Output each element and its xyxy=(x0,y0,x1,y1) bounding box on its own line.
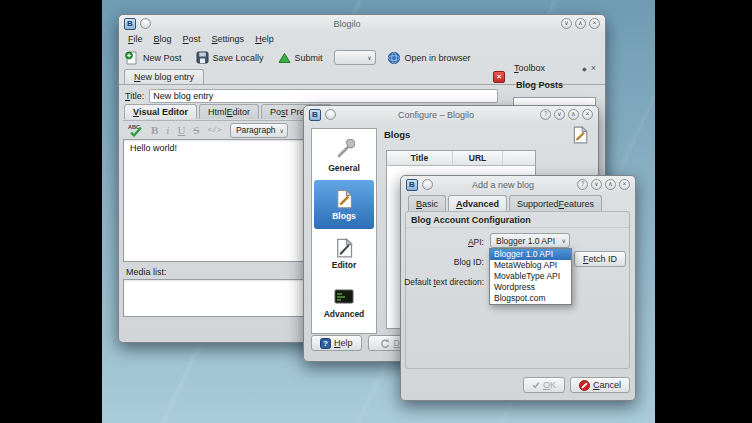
bold-button[interactable]: B xyxy=(151,125,158,136)
paragraph-style-value: Paragraph xyxy=(236,125,276,135)
open-in-browser-button[interactable]: Open in browser xyxy=(384,50,474,66)
tab-html-editor[interactable]: Html Editor xyxy=(199,104,259,119)
close-tab-icon[interactable]: × xyxy=(493,71,505,83)
window-menu-button[interactable] xyxy=(140,18,151,29)
api-combobox[interactable]: Blogger 1.0 API ∨ xyxy=(490,233,570,248)
ok-label: OK xyxy=(543,380,556,390)
toolbox-title: Toolbox xyxy=(514,63,545,73)
menu-blog[interactable]: Blog xyxy=(154,34,172,44)
blog-posts-label: Blog Posts xyxy=(516,80,599,90)
configure-sidebar: General Blogs Editor xyxy=(311,128,377,334)
save-locally-button[interactable]: Save Locally xyxy=(193,50,267,65)
strikethrough-button[interactable]: S xyxy=(193,125,199,136)
blogilo-app-icon: B xyxy=(309,109,321,121)
maximize-button[interactable]: ∧ xyxy=(575,18,586,29)
close-button[interactable]: × xyxy=(582,109,593,120)
blog-selector-combobox[interactable]: ∨ xyxy=(334,50,376,65)
check-icon xyxy=(532,380,540,390)
help-button[interactable]: ? Help xyxy=(311,335,362,351)
add-blog-titlebar[interactable]: B Add a new blog ? ∨ ∧ × xyxy=(401,176,635,193)
menu-help[interactable]: Help xyxy=(255,34,274,44)
chevron-down-icon: ∨ xyxy=(562,237,566,244)
api-label: API: xyxy=(468,237,484,247)
new-post-icon xyxy=(125,51,139,65)
column-title[interactable]: Title xyxy=(387,151,453,165)
shade-button[interactable]: ∨ xyxy=(554,109,565,120)
media-list-label: Media list: xyxy=(126,267,167,277)
submit-button[interactable]: Submit xyxy=(275,51,326,65)
tab-visual-editor[interactable]: Visual Editor xyxy=(124,104,197,119)
page-pencil-icon xyxy=(334,189,354,209)
help-button[interactable]: ? xyxy=(540,109,551,120)
sidebar-item-general[interactable]: General xyxy=(314,131,374,180)
chevron-down-icon: ∨ xyxy=(280,127,284,134)
api-value: Blogger 1.0 API xyxy=(496,236,555,246)
shade-button[interactable]: ∨ xyxy=(561,18,572,29)
save-icon xyxy=(196,51,209,64)
add-blog-pencil-icon[interactable] xyxy=(571,126,589,144)
svg-text:?: ? xyxy=(323,339,328,348)
window-menu-button[interactable] xyxy=(422,179,433,190)
main-titlebar[interactable]: B Blogilo ∨ ∧ × xyxy=(119,15,605,32)
cancel-button[interactable]: Cancel xyxy=(570,377,630,393)
fetch-id-button[interactable]: Fetch ID xyxy=(574,251,626,267)
sidebar-item-advanced[interactable]: Advanced xyxy=(314,278,374,327)
dropdown-option[interactable]: MovableType API xyxy=(490,271,571,282)
menu-post[interactable]: Post xyxy=(183,34,201,44)
sidebar-item-blogs[interactable]: Blogs xyxy=(314,180,374,229)
add-blog-dialog: B Add a new blog ? ∨ ∧ × Basic Advanced … xyxy=(400,175,636,401)
new-post-button[interactable]: New Post xyxy=(122,50,185,66)
editor-tabs: Visual Editor Html Editor Post Preview xyxy=(124,104,332,120)
spellcheck-icon[interactable]: ABC xyxy=(128,123,143,138)
configure-page-title: Blogs xyxy=(384,129,410,140)
tab-supported-features[interactable]: Supported Features xyxy=(509,195,602,211)
close-button[interactable]: × xyxy=(589,18,600,29)
add-blog-tabs: Basic Advanced Supported Features xyxy=(408,195,602,212)
submit-icon xyxy=(278,52,291,64)
column-url[interactable]: URL xyxy=(453,151,503,165)
sidebar-item-label: General xyxy=(328,163,360,173)
tab-advanced[interactable]: Advanced xyxy=(448,195,507,211)
main-toolbar: New Post Save Locally Submit ∨ xyxy=(122,47,474,68)
configure-title: Configure – Blogilo xyxy=(344,110,528,120)
italic-button[interactable]: i xyxy=(166,125,169,136)
ok-button[interactable]: OK xyxy=(523,377,565,393)
chevron-down-icon: ∨ xyxy=(367,54,371,61)
window-menu-button[interactable] xyxy=(325,109,336,120)
group-title: Blog Account Configuration xyxy=(406,212,629,228)
terminal-icon xyxy=(333,287,355,307)
dropdown-option[interactable]: MetaWeblog API xyxy=(490,260,571,271)
close-button[interactable]: × xyxy=(619,179,630,190)
toolbox-header: Toolbox ◆ × xyxy=(511,61,599,75)
dropdown-option[interactable]: Blogspot.com xyxy=(490,293,571,304)
shade-button[interactable]: ∨ xyxy=(591,179,602,190)
globe-icon xyxy=(387,51,401,65)
text-direction-label: Default text direction: xyxy=(404,277,484,287)
maximize-button[interactable]: ∧ xyxy=(605,179,616,190)
underline-button[interactable]: U xyxy=(177,125,185,136)
title-input[interactable]: New blog entry xyxy=(149,89,498,103)
dropdown-option[interactable]: Wordpress xyxy=(490,282,571,293)
paragraph-style-combobox[interactable]: Paragraph ∨ xyxy=(230,123,288,138)
dropdown-option[interactable]: Blogger 1.0 API xyxy=(490,249,571,260)
title-label: Title: xyxy=(125,91,144,101)
configure-titlebar[interactable]: B Configure – Blogilo ? ∨ ∧ × xyxy=(304,106,598,123)
sidebar-item-label: Blogs xyxy=(332,211,356,221)
tab-new-blog-entry[interactable]: New blog entry xyxy=(124,69,204,84)
submit-label: Submit xyxy=(295,53,323,63)
sidebar-item-editor[interactable]: Editor xyxy=(314,229,374,278)
float-panel-icon[interactable]: ◆ xyxy=(582,65,587,72)
close-panel-icon[interactable]: × xyxy=(591,64,596,73)
code-button[interactable]: </> xyxy=(207,126,221,134)
help-button[interactable]: ? xyxy=(577,179,588,190)
blogilo-app-icon: B xyxy=(124,18,136,30)
open-in-browser-label: Open in browser xyxy=(405,53,471,63)
help-label: Help xyxy=(334,338,353,348)
menu-file[interactable]: File xyxy=(128,34,143,44)
tab-basic[interactable]: Basic xyxy=(408,195,446,211)
column-empty xyxy=(503,151,535,165)
maximize-button[interactable]: ∧ xyxy=(568,109,579,120)
cancel-icon xyxy=(579,380,590,391)
menu-settings[interactable]: Settings xyxy=(212,34,245,44)
fetch-id-label: Fetch ID xyxy=(583,254,617,264)
